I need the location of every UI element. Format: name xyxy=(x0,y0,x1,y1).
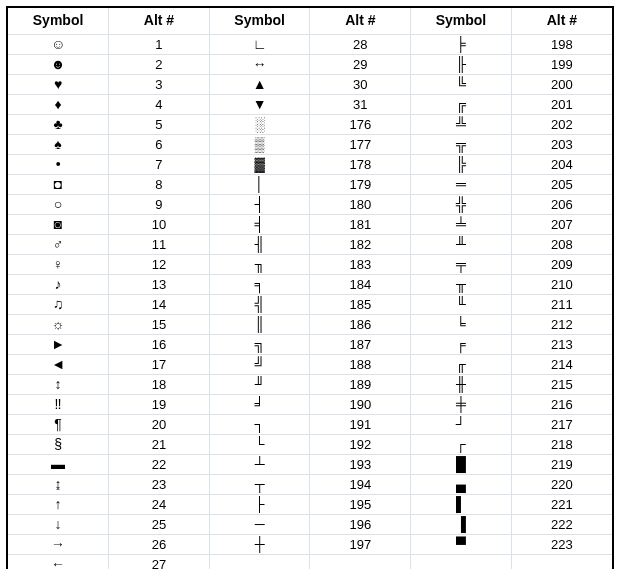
symbol-cell: ╤ xyxy=(411,255,512,275)
alt-cell: 220 xyxy=(511,475,612,495)
alt-cell: 223 xyxy=(511,535,612,555)
alt-cell: 26 xyxy=(109,535,210,555)
alt-cell: 205 xyxy=(511,175,612,195)
alt-cell: 211 xyxy=(511,295,612,315)
symbol-cell: ░ xyxy=(209,115,310,135)
alt-cell: 185 xyxy=(310,295,411,315)
symbol-cell: ╝ xyxy=(209,355,310,375)
alt-cell: 180 xyxy=(310,195,411,215)
alt-cell: 30 xyxy=(310,75,411,95)
symbol-cell: ╬ xyxy=(411,195,512,215)
alt-cell: 14 xyxy=(109,295,210,315)
symbol-cell: ☻ xyxy=(8,55,109,75)
symbol-cell: └ xyxy=(209,435,310,455)
table-row: •7▓178╠204 xyxy=(8,155,612,175)
alt-cell: 19 xyxy=(109,395,210,415)
alt-cell: 222 xyxy=(511,515,612,535)
symbol-cell: ╫ xyxy=(411,375,512,395)
table-row: ‼19╛190╪216 xyxy=(8,395,612,415)
alt-cell: 181 xyxy=(310,215,411,235)
table-row: ♥3▲30╚200 xyxy=(8,75,612,95)
alt-cell: 203 xyxy=(511,135,612,155)
alt-cell: 195 xyxy=(310,495,411,515)
table-row: ♫14╣185╙211 xyxy=(8,295,612,315)
symbol-cell: ▒ xyxy=(209,135,310,155)
table-row: ♠6▒177╦203 xyxy=(8,135,612,155)
symbol-cell: ▐ xyxy=(411,515,512,535)
symbol-cell: ☺ xyxy=(8,35,109,55)
alt-cell: 187 xyxy=(310,335,411,355)
table-row: ♪13╕184╥210 xyxy=(8,275,612,295)
header-row: Symbol Alt # Symbol Alt # Symbol Alt # xyxy=(8,8,612,35)
symbol-cell: ‼ xyxy=(8,395,109,415)
alt-cell: 22 xyxy=(109,455,210,475)
alt-cell: 215 xyxy=(511,375,612,395)
symbol-cell: ┼ xyxy=(209,535,310,555)
symbol-cell: ♫ xyxy=(8,295,109,315)
table-row: §21└192┌218 xyxy=(8,435,612,455)
symbol-cell: ◘ xyxy=(8,175,109,195)
symbol-cell: ╟ xyxy=(411,55,512,75)
alt-cell: 210 xyxy=(511,275,612,295)
alt-cell: 28 xyxy=(310,35,411,55)
symbol-cell: ♣ xyxy=(8,115,109,135)
alt-cell: 208 xyxy=(511,235,612,255)
symbol-cell: ┘ xyxy=(411,415,512,435)
table-row: ♣5░176╩202 xyxy=(8,115,612,135)
symbol-cell: ╥ xyxy=(411,275,512,295)
alt-cell: 177 xyxy=(310,135,411,155)
alt-cell: 29 xyxy=(310,55,411,75)
alt-cell: 198 xyxy=(511,35,612,55)
symbol-cell: ▀ xyxy=(411,535,512,555)
alt-cell: 27 xyxy=(109,555,210,570)
alt-cell: 24 xyxy=(109,495,210,515)
alt-cell: 196 xyxy=(310,515,411,535)
alt-cell: 213 xyxy=(511,335,612,355)
symbol-cell: ╦ xyxy=(411,135,512,155)
alt-cell: 13 xyxy=(109,275,210,295)
alt-cell: 183 xyxy=(310,255,411,275)
alt-cell: 200 xyxy=(511,75,612,95)
symbol-cell: ♦ xyxy=(8,95,109,115)
symbol-cell: ╔ xyxy=(411,95,512,115)
alt-cell: 8 xyxy=(109,175,210,195)
symbol-cell: ╩ xyxy=(411,115,512,135)
symbol-cell: ¶ xyxy=(8,415,109,435)
symbol-cell: ╪ xyxy=(411,395,512,415)
table-row: ♂11╢182╨208 xyxy=(8,235,612,255)
alt-code-table: Symbol Alt # Symbol Alt # Symbol Alt # ☺… xyxy=(8,8,612,569)
symbol-cell: ╚ xyxy=(411,75,512,95)
symbol-cell: ┤ xyxy=(209,195,310,215)
header-alt-2: Alt # xyxy=(310,8,411,35)
table-row: ↕18╜189╫215 xyxy=(8,375,612,395)
table-row: →26┼197▀223 xyxy=(8,535,612,555)
symbol-cell: ♂ xyxy=(8,235,109,255)
alt-cell xyxy=(310,555,411,570)
alt-cell: 15 xyxy=(109,315,210,335)
symbol-cell xyxy=(209,555,310,570)
table-row: ←27 xyxy=(8,555,612,570)
alt-cell: 189 xyxy=(310,375,411,395)
symbol-cell: ▌ xyxy=(411,495,512,515)
alt-cell: 23 xyxy=(109,475,210,495)
symbol-cell: ╧ xyxy=(411,215,512,235)
symbol-cell: ╓ xyxy=(411,355,512,375)
table-row: ↨23┬194▄220 xyxy=(8,475,612,495)
alt-cell: 11 xyxy=(109,235,210,255)
symbol-cell: ╨ xyxy=(411,235,512,255)
table-row: ☻2↔29╟199 xyxy=(8,55,612,75)
symbol-cell: ─ xyxy=(209,515,310,535)
alt-cell: 209 xyxy=(511,255,612,275)
symbol-cell: ► xyxy=(8,335,109,355)
symbol-cell: ╕ xyxy=(209,275,310,295)
alt-cell: 192 xyxy=(310,435,411,455)
table-row: ♀12╖183╤209 xyxy=(8,255,612,275)
alt-cell: 206 xyxy=(511,195,612,215)
alt-cell: 216 xyxy=(511,395,612,415)
alt-cell: 2 xyxy=(109,55,210,75)
alt-cell: 6 xyxy=(109,135,210,155)
alt-cell: 221 xyxy=(511,495,612,515)
alt-cell: 176 xyxy=(310,115,411,135)
alt-cell: 20 xyxy=(109,415,210,435)
symbol-cell: ├ xyxy=(209,495,310,515)
